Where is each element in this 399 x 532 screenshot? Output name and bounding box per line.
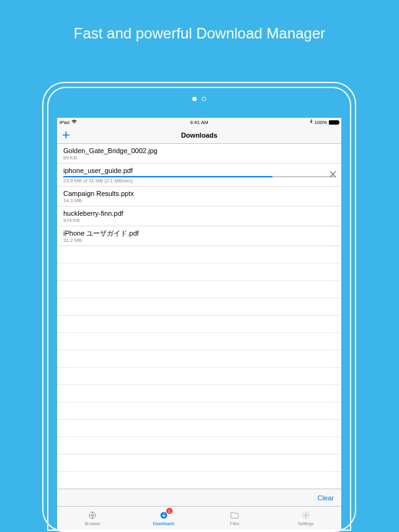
empty-row (57, 368, 341, 385)
download-row[interactable]: Campaign Results.pptx 14.3 MB (57, 187, 341, 206)
tab-label: Browser (84, 521, 101, 526)
download-filename: Golden_Gate_Bridge_0002.jpg (63, 146, 335, 155)
globe-icon (87, 510, 98, 521)
download-meta: 31.2 MB (63, 237, 335, 244)
empty-row (57, 264, 341, 281)
empty-row (57, 454, 341, 472)
empty-row (57, 420, 341, 437)
empty-row (57, 316, 341, 333)
empty-row (57, 246, 341, 264)
download-progress-track (63, 176, 335, 177)
tab-bar: Browser 1 Downloads Files (57, 506, 341, 530)
download-meta: 974 KB (63, 218, 335, 224)
download-row[interactable]: iphone_user_guide.pdf 23.9 MB of 31 MB (… (57, 164, 341, 187)
tab-settings[interactable]: Settings (271, 507, 342, 530)
tab-label: Downloads (153, 521, 174, 526)
empty-row (57, 281, 341, 298)
download-meta: 14.3 MB (63, 198, 335, 204)
toolbar: Clear (57, 489, 341, 506)
status-battery-pct: 100% (315, 120, 327, 125)
status-time: 9:41 AM (190, 120, 208, 125)
download-meta: 23.9 MB of 31 MB (2.1 MB/sec) (63, 178, 335, 184)
empty-row (57, 298, 341, 316)
clear-button[interactable]: Clear (318, 494, 334, 502)
device-frame-inner: iPad 9:41 AM 100% + Downloads (47, 87, 351, 531)
bluetooth-icon (310, 119, 313, 125)
gear-icon (300, 510, 312, 521)
download-row[interactable]: iPhone ユーザガイド.pdf 31.2 MB (57, 226, 341, 246)
download-meta: 89 KB (63, 155, 335, 161)
tab-browser[interactable]: Browser (57, 507, 128, 530)
tab-label: Settings (298, 521, 313, 526)
download-filename: Campaign Results.pptx (63, 189, 335, 198)
empty-row (57, 402, 341, 420)
tab-badge: 1 (166, 508, 173, 514)
download-filename: iphone_user_guide.pdf (63, 166, 335, 175)
download-progress-fill (63, 176, 272, 177)
empty-row (57, 385, 341, 402)
folder-icon (229, 510, 240, 521)
empty-row (57, 350, 341, 368)
empty-row (57, 472, 341, 489)
download-row[interactable]: huckleberry-finn.pdf 974 KB (57, 206, 341, 226)
tab-files[interactable]: Files (199, 507, 271, 530)
empty-row (57, 333, 341, 350)
svg-point-2 (305, 514, 307, 516)
download-row[interactable]: Golden_Gate_Bridge_0002.jpg 89 KB (57, 144, 341, 164)
downloads-list[interactable]: Golden_Gate_Bridge_0002.jpg 89 KB iphone… (57, 144, 341, 489)
battery-icon (329, 120, 339, 125)
device-frame: iPad 9:41 AM 100% + Downloads (42, 82, 356, 532)
tab-label: Files (230, 521, 240, 526)
empty-row (57, 437, 341, 454)
tab-downloads[interactable]: 1 Downloads (128, 507, 200, 530)
status-carrier: iPad (60, 120, 69, 125)
promo-title: Fast and powerful Download Manager (0, 0, 399, 42)
cancel-download-button[interactable] (330, 171, 336, 179)
nav-bar: + Downloads (57, 126, 341, 144)
wifi-icon (71, 120, 77, 125)
status-bar: iPad 9:41 AM 100% (57, 118, 341, 126)
device-screen: iPad 9:41 AM 100% + Downloads (57, 118, 341, 530)
download-filename: iPhone ユーザガイド.pdf (63, 229, 335, 237)
download-filename: huckleberry-finn.pdf (63, 209, 335, 218)
add-button[interactable]: + (62, 126, 70, 143)
nav-title: Downloads (57, 131, 341, 139)
